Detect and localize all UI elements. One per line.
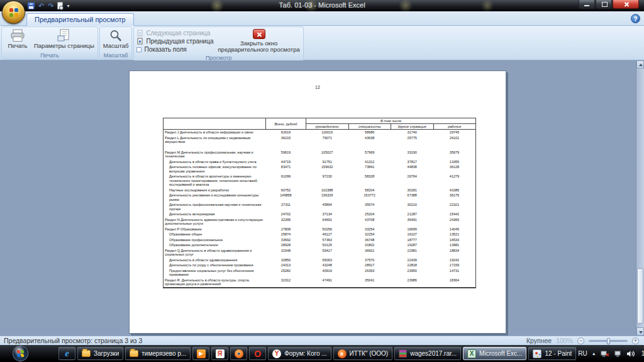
statusbar: Предварительный просмотр: страница 3 из … bbox=[0, 336, 644, 345]
show-margins-checkbox[interactable]: Показать поля bbox=[136, 45, 213, 54]
row-label: Деятельность профессиональная научная и … bbox=[164, 202, 266, 212]
taskbar: eЗагрузкитимерязево р...▶Я●OYФорум: Кого… bbox=[0, 345, 644, 362]
network-error-icon[interactable] bbox=[601, 350, 609, 358]
ribbon: Печать Параметры страницы Печать Масштаб… bbox=[0, 26, 644, 60]
row-value: 105027 bbox=[306, 145, 349, 159]
preview-page[interactable]: 12 Всего, рублей В том числе руководител… bbox=[129, 71, 506, 334]
row-value: 26764 bbox=[391, 174, 434, 188]
row-value: 15442 bbox=[433, 212, 476, 217]
row-value: 22439 bbox=[391, 257, 434, 263]
row-value: 58328 bbox=[348, 174, 391, 188]
row-value: 37570 bbox=[348, 257, 391, 263]
taskbar-button[interactable]: wages2017.rar... bbox=[394, 347, 461, 360]
window-controls bbox=[578, 0, 639, 9]
row-value: 149858 bbox=[266, 193, 306, 202]
row-value: 73841 bbox=[348, 164, 391, 174]
scroll-down-icon[interactable] bbox=[636, 327, 644, 336]
row-value: 50125 bbox=[306, 242, 349, 248]
zoom-in-button[interactable]: + bbox=[632, 337, 639, 344]
row-value: 22818 bbox=[391, 263, 434, 268]
row-value: 24313 bbox=[266, 263, 306, 268]
taskbar-button[interactable]: YФорум: Кого ... bbox=[268, 347, 331, 360]
row-value: 36128 bbox=[433, 164, 476, 174]
tray-expand-icon[interactable]: ▲ bbox=[592, 351, 596, 356]
zoom-percent: 100% bbox=[556, 337, 573, 344]
preview-table-body: Раздел J Деятельность в области информац… bbox=[164, 130, 476, 288]
row-value: 18364 bbox=[433, 278, 476, 288]
prev-page-icon bbox=[136, 38, 143, 45]
row-value: 25282 bbox=[266, 268, 306, 278]
taskbar-button[interactable]: 12 - Paint bbox=[528, 347, 576, 360]
folder-icon bbox=[130, 350, 138, 357]
taskbar-button[interactable]: ▶ bbox=[192, 347, 209, 360]
row-value: 79071 bbox=[306, 135, 349, 145]
yandex-browser-icon: Y bbox=[272, 349, 281, 358]
zoom-slider[interactable] bbox=[589, 340, 628, 342]
taskbar-button[interactable]: eИТТК" (ООО) bbox=[333, 347, 393, 360]
row-value: 159632 bbox=[306, 164, 349, 174]
ribbon-tab-row: Предварительный просмотр ? bbox=[0, 11, 644, 26]
row-label: Раздел Q Деятельность в области здравоох… bbox=[164, 248, 266, 257]
table-row: Деятельность в области архитектуры и инж… bbox=[164, 174, 476, 188]
network-icon[interactable] bbox=[614, 350, 622, 358]
taskbar-button[interactable]: XMicrosoft Exc... bbox=[463, 347, 526, 360]
row-value: 27808 bbox=[266, 227, 306, 232]
row-value: 18777 bbox=[391, 237, 434, 243]
office-button[interactable] bbox=[2, 1, 25, 24]
row-value: 41312 bbox=[348, 159, 391, 165]
row-value: 14045 bbox=[433, 227, 476, 232]
speaker-icon[interactable] bbox=[626, 350, 635, 358]
taskbar-button[interactable]: e bbox=[58, 347, 75, 360]
zoom-out-button[interactable]: − bbox=[577, 337, 584, 344]
taskbar-button[interactable]: тимерязево р... bbox=[125, 347, 191, 360]
row-value: 19287 bbox=[391, 242, 434, 248]
row-value: 32312 bbox=[266, 278, 306, 288]
preview-small-buttons: Следующая страница Предыдущая страница П… bbox=[135, 28, 216, 54]
row-value: 24702 bbox=[266, 212, 306, 217]
zoom-button[interactable]: Масштаб bbox=[101, 28, 131, 49]
page-setup-button[interactable]: Параметры страницы bbox=[32, 28, 96, 49]
scrollbar-thumb[interactable] bbox=[637, 268, 643, 324]
row-value: 62619 bbox=[266, 130, 306, 135]
language-indicator[interactable]: RU bbox=[578, 350, 587, 357]
wages-table: Всего, рублей В том числе руководители с… bbox=[163, 118, 476, 288]
taskbar-button-label: тимерязево р... bbox=[142, 350, 186, 357]
minimize-button[interactable] bbox=[579, 0, 595, 9]
row-value: 16533 bbox=[433, 237, 476, 243]
row-value: 102388 bbox=[306, 188, 349, 193]
row-value: 24366 bbox=[433, 217, 476, 227]
close-preview-button[interactable]: Закрыть окно предварительного просмотра bbox=[216, 28, 301, 53]
restore-button[interactable] bbox=[596, 0, 612, 9]
taskbar-button[interactable]: O bbox=[249, 347, 266, 360]
row-value: 44838 bbox=[391, 164, 434, 174]
prev-page-button[interactable]: Предыдущая страница bbox=[136, 37, 213, 45]
print-button[interactable]: Печать bbox=[3, 28, 32, 49]
row-value: 37817 bbox=[391, 159, 434, 165]
mediaget-icon: ▶ bbox=[197, 349, 206, 358]
prev-page-label: Предыдущая страница bbox=[146, 38, 213, 45]
next-page-label: Следующая страница bbox=[146, 30, 210, 37]
row-value: 45894 bbox=[306, 202, 349, 212]
taskbar-button-label: wages2017.rar... bbox=[410, 350, 457, 357]
tab-print-preview[interactable]: Предварительный просмотр bbox=[26, 13, 134, 26]
taskbar-button[interactable]: Загрузки bbox=[77, 347, 123, 360]
table-header-sub: специалисты bbox=[348, 124, 391, 130]
taskbar-button[interactable]: ● bbox=[230, 347, 247, 360]
system-tray: RU ▲ 13:17 bbox=[578, 350, 644, 358]
row-value: 26101 bbox=[433, 135, 476, 145]
start-button[interactable] bbox=[13, 346, 28, 361]
clock[interactable]: 13:17 bbox=[641, 350, 644, 357]
vertical-scrollbar[interactable] bbox=[636, 60, 644, 336]
zoom-slider-thumb[interactable] bbox=[607, 338, 610, 344]
help-icon[interactable]: ? bbox=[631, 14, 640, 23]
row-value: 35491 bbox=[391, 217, 434, 227]
row-label: Деятельность рекламная и исследование ко… bbox=[164, 193, 266, 202]
row-label: Раздел J Деятельность в области информац… bbox=[164, 130, 266, 135]
close-button[interactable] bbox=[613, 0, 639, 9]
row-value: 31740 bbox=[391, 130, 434, 135]
scroll-up-icon[interactable] bbox=[636, 60, 644, 69]
row-value: 91751 bbox=[306, 159, 349, 165]
taskbar-button[interactable]: Я bbox=[211, 347, 228, 360]
row-value: 47491 bbox=[306, 278, 349, 288]
taskbar-button-label: Загрузки bbox=[94, 350, 119, 357]
